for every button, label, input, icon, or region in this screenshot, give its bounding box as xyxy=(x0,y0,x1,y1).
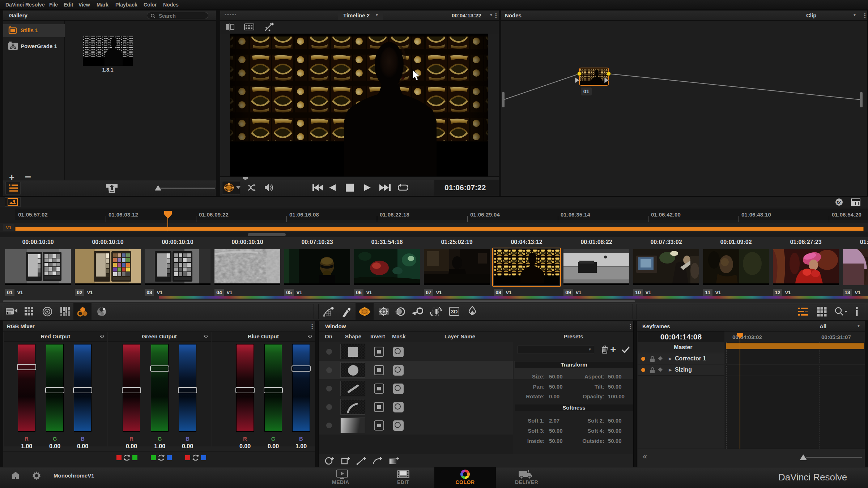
svg-text:fx: fx xyxy=(837,200,841,205)
